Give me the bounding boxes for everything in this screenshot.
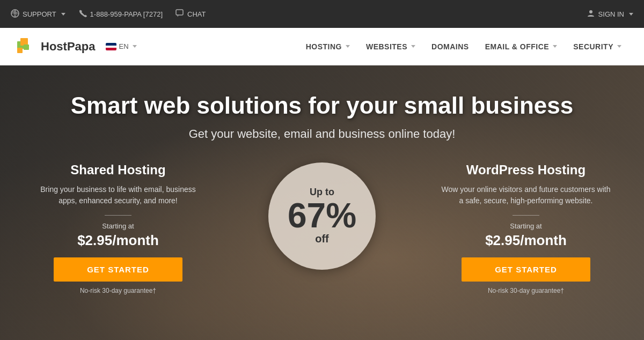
chat-link[interactable]: CHAT [175, 9, 206, 19]
signin-label: SIGN IN [598, 10, 624, 18]
wordpress-hosting-price: $2.95/month [440, 232, 612, 249]
lang-chevron [133, 45, 137, 48]
shared-hosting-price: $2.95/month [32, 232, 204, 249]
signin-area[interactable]: SIGN IN [587, 9, 633, 19]
wordpress-hosting-cta[interactable]: GET STARTED [462, 257, 590, 282]
logo-text: HostPapa [41, 40, 95, 54]
shared-hosting-starting: Starting at [32, 222, 204, 230]
svg-rect-6 [24, 45, 29, 50]
hero-content: Smart web solutions for your small busin… [0, 65, 644, 162]
flag-icon [106, 43, 116, 50]
phone-icon [78, 9, 87, 19]
badge-percent: 67% [288, 198, 356, 233]
lang-selector[interactable]: EN [106, 42, 136, 50]
top-bar-left: SUPPORT 1-888-959-PAPA [7272] CHAT [11, 9, 587, 19]
shared-hosting-title: Shared Hosting [32, 162, 204, 178]
wordpress-hosting-desc: Wow your online visitors and future cust… [440, 184, 612, 206]
nav-domains[interactable]: DOMAINS [425, 38, 475, 55]
shared-hosting-guarantee: No-risk 30-day guarantee† [32, 287, 204, 294]
top-bar: SUPPORT 1-888-959-PAPA [7272] CHAT SIGN … [0, 0, 644, 28]
main-nav: HOSTING WEBSITES DOMAINS EMAIL & OFFICE … [299, 38, 628, 55]
signin-chevron [629, 13, 633, 16]
nav-websites[interactable]: WEBSITES [360, 38, 422, 55]
wordpress-hosting-divider [513, 215, 539, 216]
lang-label: EN [119, 42, 128, 50]
wordpress-hosting-guarantee: No-risk 30-day guarantee† [440, 287, 612, 294]
badge-off: off [315, 233, 329, 245]
logo-icon [16, 37, 35, 56]
svg-rect-5 [17, 48, 23, 53]
websites-chevron [411, 45, 415, 48]
shared-hosting-desc: Bring your business to life with email, … [32, 184, 204, 206]
nav-hosting[interactable]: HOSTING [299, 38, 356, 55]
hosting-chevron [346, 45, 350, 48]
support-label: SUPPORT [23, 10, 56, 18]
badge-area: Up to 67% off [204, 162, 440, 270]
user-icon [587, 9, 595, 19]
globe-icon [11, 9, 19, 19]
svg-rect-4 [20, 38, 28, 46]
nav-email-office[interactable]: EMAIL & OFFICE [479, 38, 564, 55]
support-chevron [61, 13, 65, 16]
nav-security[interactable]: SECURITY [567, 38, 628, 55]
hero-title: Smart web solutions for your small busin… [0, 92, 644, 120]
shared-hosting-divider [105, 215, 131, 216]
chat-label: CHAT [187, 10, 206, 18]
logo-area[interactable]: HostPapa [16, 37, 95, 56]
hero-subtitle: Get your website, email and business onl… [0, 127, 644, 141]
hero-section: Smart web solutions for your small busin… [0, 65, 644, 340]
phone-label: 1-888-959-PAPA [7272] [90, 10, 163, 18]
wordpress-hosting-title: WordPress Hosting [440, 162, 612, 178]
support-link[interactable]: SUPPORT [11, 9, 65, 19]
svg-rect-1 [176, 10, 183, 15]
shared-hosting-cta[interactable]: GET STARTED [54, 257, 182, 282]
chat-icon [175, 9, 184, 19]
security-chevron [617, 45, 621, 48]
wordpress-hosting-starting: Starting at [440, 222, 612, 230]
svg-point-2 [589, 10, 592, 13]
discount-badge: Up to 67% off [268, 162, 376, 270]
wordpress-hosting-card: WordPress Hosting Wow your online visito… [440, 162, 612, 294]
email-chevron [553, 45, 557, 48]
cards-area: Shared Hosting Bring your business to li… [0, 162, 644, 294]
shared-hosting-card: Shared Hosting Bring your business to li… [32, 162, 204, 294]
nav-bar: HostPapa EN HOSTING WEBSITES DOMAINS EMA… [0, 28, 644, 65]
phone-link[interactable]: 1-888-959-PAPA [7272] [78, 9, 163, 19]
